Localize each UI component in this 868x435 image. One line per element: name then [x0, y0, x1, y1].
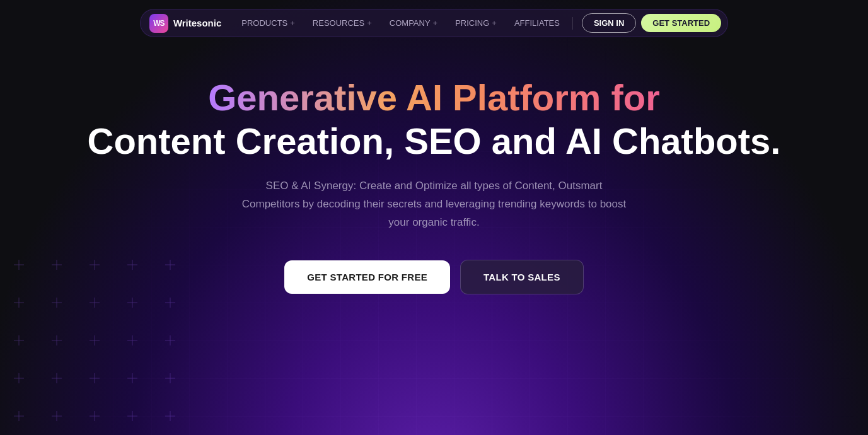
- talk-to-sales-button[interactable]: TALK TO SALES: [460, 260, 584, 294]
- hero-section: Generative AI Platform for Content Creat…: [0, 46, 868, 294]
- nav-item-affiliates[interactable]: AFFILIATES: [507, 14, 567, 32]
- hero-title-line1: Generative AI Platform for: [208, 78, 660, 118]
- navbar-inner: WS Writesonic PRODUCTS + RESOURCES + COM…: [140, 9, 728, 37]
- logo-area[interactable]: WS Writesonic: [149, 14, 221, 33]
- nav-item-resources[interactable]: RESOURCES +: [305, 14, 379, 32]
- pricing-plus-icon: +: [492, 18, 497, 28]
- navbar: WS Writesonic PRODUCTS + RESOURCES + COM…: [0, 0, 868, 46]
- hero-buttons: GET STARTED FOR FREE TALK TO SALES: [284, 260, 583, 294]
- hero-subtitle: SEO & AI Synergy: Create and Optimize al…: [239, 177, 630, 232]
- page-wrapper: WS Writesonic PRODUCTS + RESOURCES + COM…: [0, 0, 868, 435]
- nav-item-pricing[interactable]: PRICING +: [448, 14, 504, 32]
- resources-plus-icon: +: [367, 18, 372, 28]
- products-plus-icon: +: [290, 18, 295, 28]
- company-plus-icon: +: [433, 18, 438, 28]
- nav-item-company[interactable]: COMPANY +: [382, 14, 445, 32]
- signin-button[interactable]: SIGN IN: [582, 13, 636, 33]
- nav-divider: [572, 17, 573, 30]
- nav-item-products[interactable]: PRODUCTS +: [234, 14, 303, 32]
- hero-title-line2: Content Creation, SEO and AI Chatbots.: [88, 120, 781, 163]
- logo-initials: WS: [153, 19, 164, 28]
- get-started-nav-button[interactable]: GET STARTED: [641, 14, 721, 32]
- brand-name: Writesonic: [173, 18, 221, 28]
- logo-icon: WS: [149, 14, 168, 33]
- get-started-free-button[interactable]: GET STARTED FOR FREE: [284, 260, 450, 294]
